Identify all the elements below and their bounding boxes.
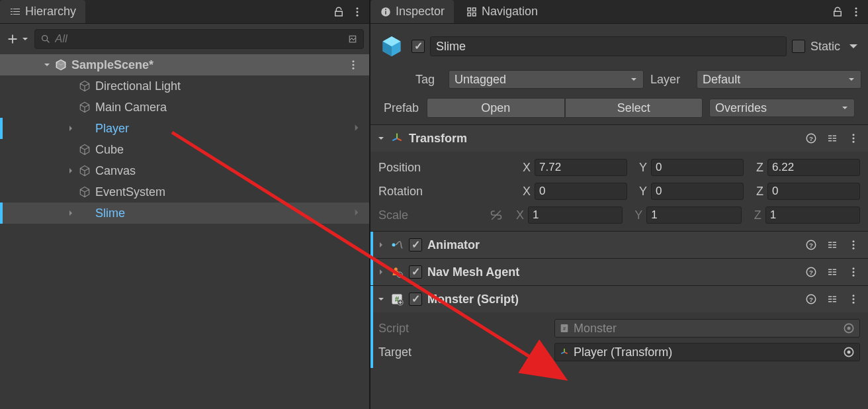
navigation-tab[interactable]: Navigation — [456, 0, 547, 23]
hierarchy-item-label: Canvas — [95, 164, 136, 178]
static-dropdown-icon[interactable] — [846, 38, 861, 54]
inspector-tabbar: Inspector Navigation — [370, 0, 868, 24]
prefab-open-button[interactable]: Open — [427, 98, 565, 118]
scale-row: Scale X Y Z — [378, 203, 860, 227]
monster-component: # Monster (Script) ? Script # Monster Ta… — [370, 285, 868, 368]
hierarchy-item-label: Main Camera — [95, 101, 167, 114]
hierarchy-panel: Hierarchy SampleScene* — [0, 0, 370, 409]
component-context-icon[interactable] — [846, 130, 861, 146]
foldout-arrow-icon[interactable] — [65, 167, 77, 175]
animator-icon — [390, 238, 404, 251]
object-icon[interactable] — [377, 32, 406, 61]
scale-z-input[interactable] — [765, 206, 860, 224]
svg-text:?: ? — [809, 296, 813, 303]
preset-icon[interactable] — [824, 291, 840, 307]
foldout-arrow-icon[interactable] — [65, 209, 77, 217]
monster-header[interactable]: # Monster (Script) ? — [370, 286, 868, 312]
lock-icon[interactable] — [331, 4, 347, 20]
object-picker-icon[interactable] — [842, 322, 855, 335]
layer-value: Default — [703, 73, 740, 87]
hierarchy-search[interactable] — [34, 29, 364, 49]
rotation-z-input[interactable] — [767, 183, 860, 200]
create-button[interactable] — [5, 32, 29, 46]
transform-header[interactable]: Transform ? — [370, 125, 868, 152]
layer-label: Layer — [650, 73, 690, 87]
context-menu-icon[interactable] — [848, 4, 864, 20]
unity-scene-icon — [53, 58, 69, 71]
constrain-proportions-icon[interactable] — [488, 207, 504, 223]
inspector-tab-label: Inspector — [396, 5, 445, 19]
svg-point-12 — [855, 11, 857, 13]
target-value: Player (Transform) — [574, 345, 838, 359]
gameobject-cube-icon — [77, 185, 93, 199]
foldout-arrow-icon[interactable] — [65, 124, 77, 132]
static-checkbox[interactable] — [792, 40, 805, 53]
hierarchy-toolbar — [0, 24, 369, 54]
open-prefab-arrow-icon[interactable] — [352, 206, 361, 220]
inspector-tab[interactable]: Inspector — [370, 0, 454, 23]
active-checkbox[interactable] — [412, 40, 425, 53]
navigation-icon — [466, 6, 478, 18]
search-input[interactable] — [55, 32, 343, 46]
position-z-input[interactable] — [767, 159, 860, 176]
help-icon[interactable]: ? — [803, 130, 819, 146]
layer-dropdown[interactable]: Default — [697, 70, 861, 89]
component-context-icon[interactable] — [846, 291, 861, 307]
help-icon[interactable]: ? — [803, 291, 819, 307]
help-icon[interactable]: ? — [803, 237, 819, 253]
svg-point-23 — [853, 240, 855, 242]
foldout-arrow-icon[interactable] — [41, 61, 53, 69]
target-row: Target Player (Transform) — [378, 340, 860, 364]
tag-label: Tag — [415, 73, 442, 87]
navmesh-component: Nav Mesh Agent ? — [370, 258, 868, 285]
component-context-icon[interactable] — [846, 264, 861, 280]
svg-point-7 — [353, 68, 355, 69]
hierarchy-icon — [9, 6, 21, 18]
preset-icon[interactable] — [824, 237, 840, 253]
component-context-icon[interactable] — [846, 237, 861, 253]
target-field[interactable]: Player (Transform) — [554, 343, 860, 361]
preset-icon[interactable] — [824, 130, 840, 146]
lock-icon[interactable] — [830, 4, 846, 20]
scene-context-icon[interactable] — [345, 57, 361, 73]
hierarchy-item-cube[interactable]: Cube — [0, 139, 369, 160]
svg-point-16 — [853, 134, 855, 136]
prefab-overrides-dropdown[interactable]: Overrides — [709, 99, 855, 117]
hierarchy-item-directional-light[interactable]: Directional Light — [0, 75, 369, 97]
prefab-select-button[interactable]: Select — [565, 98, 703, 118]
script-field: # Monster — [554, 319, 860, 338]
rotation-row: Rotation X Y Z — [378, 179, 860, 203]
csharp-script-icon: # — [390, 293, 404, 306]
hierarchy-tab[interactable]: Hierarchy — [0, 0, 85, 23]
hierarchy-item-canvas[interactable]: Canvas — [0, 160, 369, 181]
context-menu-icon[interactable] — [349, 4, 365, 20]
hierarchy-item-player[interactable]: Player — [0, 118, 369, 139]
hierarchy-item-eventsystem[interactable]: EventSystem — [0, 181, 369, 203]
overrides-label: Overrides — [715, 101, 767, 115]
scale-x-input[interactable] — [528, 206, 623, 224]
hierarchy-item-slime[interactable]: Slime — [0, 203, 369, 224]
navmesh-header[interactable]: Nav Mesh Agent ? — [370, 259, 868, 285]
tag-dropdown[interactable]: Untagged — [449, 70, 644, 89]
position-x-input[interactable] — [535, 159, 627, 176]
rotation-x-input[interactable] — [535, 183, 627, 200]
preset-icon[interactable] — [824, 264, 840, 280]
scale-y-input[interactable] — [646, 206, 741, 224]
search-type-icon[interactable] — [347, 34, 358, 44]
open-prefab-arrow-icon[interactable] — [352, 122, 361, 136]
chevron-down-icon — [841, 104, 849, 112]
animator-enabled-checkbox[interactable] — [409, 238, 422, 251]
object-name-field[interactable] — [430, 36, 787, 56]
rotation-y-input[interactable] — [651, 183, 744, 200]
scene-row[interactable]: SampleScene* — [0, 54, 369, 75]
object-name-input[interactable] — [436, 40, 781, 54]
hierarchy-item-label: Directional Light — [95, 79, 181, 93]
help-icon[interactable]: ? — [803, 264, 819, 280]
object-picker-icon[interactable] — [842, 345, 855, 359]
position-y-input[interactable] — [651, 159, 744, 176]
animator-header[interactable]: Animator ? — [370, 232, 868, 258]
monster-enabled-checkbox[interactable] — [409, 293, 422, 306]
hierarchy-item-label: EventSystem — [95, 185, 165, 199]
hierarchy-item-main-camera[interactable]: Main Camera — [0, 97, 369, 118]
navmesh-enabled-checkbox[interactable] — [409, 265, 422, 279]
